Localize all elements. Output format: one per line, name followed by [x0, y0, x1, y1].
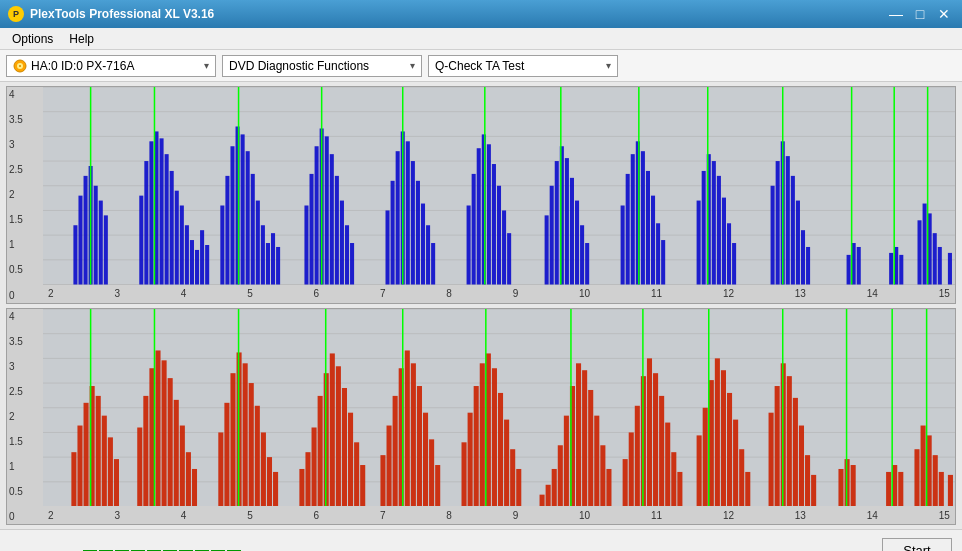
- svg-rect-72: [472, 174, 476, 285]
- svg-rect-43: [256, 201, 260, 285]
- svg-rect-102: [702, 171, 706, 285]
- svg-rect-217: [588, 389, 593, 506]
- start-button[interactable]: Start: [882, 538, 952, 551]
- function-selector[interactable]: DVD Diagnostic Functions ▾: [222, 55, 422, 77]
- svg-rect-73: [477, 148, 481, 284]
- test-selector[interactable]: Q-Check TA Test ▾: [428, 55, 618, 77]
- svg-rect-34: [205, 245, 209, 285]
- svg-rect-246: [787, 376, 792, 506]
- menu-bar: Options Help: [0, 28, 962, 50]
- chart1-container: 0 0.5 1 1.5 2 2.5 3 3.5 4: [6, 86, 956, 304]
- drive-dropdown-arrow: ▾: [204, 60, 209, 71]
- title-controls: — □ ✕: [886, 6, 954, 22]
- minimize-button[interactable]: —: [886, 6, 906, 22]
- svg-rect-261: [921, 425, 926, 506]
- svg-rect-233: [697, 435, 702, 506]
- svg-rect-224: [635, 405, 640, 506]
- svg-rect-252: [838, 468, 843, 506]
- svg-rect-13: [73, 225, 77, 284]
- drive-icon: [13, 59, 27, 73]
- svg-rect-168: [243, 363, 248, 506]
- svg-rect-127: [918, 220, 922, 284]
- app-icon: P: [8, 6, 24, 22]
- svg-rect-17: [94, 186, 98, 285]
- svg-rect-244: [775, 386, 780, 506]
- svg-rect-115: [796, 201, 800, 285]
- svg-rect-22: [144, 161, 148, 284]
- close-button[interactable]: ✕: [934, 6, 954, 22]
- svg-rect-199: [468, 412, 473, 506]
- svg-rect-15: [84, 176, 88, 285]
- svg-rect-32: [195, 250, 199, 285]
- svg-rect-61: [391, 181, 395, 285]
- svg-rect-54: [330, 154, 334, 284]
- svg-rect-29: [180, 206, 184, 285]
- svg-rect-86: [570, 178, 574, 285]
- svg-rect-36: [220, 206, 224, 285]
- svg-rect-169: [249, 383, 254, 506]
- svg-rect-160: [180, 425, 185, 506]
- svg-rect-173: [273, 471, 278, 506]
- svg-rect-222: [623, 459, 628, 506]
- chart1-x-labels: 2 3 4 5 6 7 8 9 10 11 12 13 14 15: [43, 285, 955, 303]
- svg-rect-172: [267, 457, 272, 506]
- svg-rect-88: [580, 225, 584, 284]
- svg-rect-266: [948, 474, 953, 506]
- svg-rect-41: [246, 151, 250, 284]
- svg-rect-165: [224, 402, 229, 506]
- svg-rect-254: [851, 465, 856, 506]
- svg-rect-203: [492, 368, 497, 506]
- svg-rect-229: [665, 422, 670, 506]
- svg-rect-123: [889, 253, 893, 285]
- menu-help[interactable]: Help: [61, 30, 102, 48]
- svg-rect-60: [386, 210, 390, 284]
- svg-rect-193: [417, 386, 422, 506]
- svg-rect-157: [162, 360, 167, 506]
- svg-rect-28: [175, 191, 179, 285]
- svg-rect-220: [606, 468, 611, 506]
- svg-rect-182: [342, 388, 347, 507]
- svg-rect-158: [168, 378, 173, 506]
- menu-options[interactable]: Options: [4, 30, 61, 48]
- svg-rect-204: [498, 392, 503, 506]
- svg-rect-161: [186, 452, 191, 506]
- svg-rect-113: [786, 156, 790, 284]
- maximize-button[interactable]: □: [910, 6, 930, 22]
- svg-rect-207: [516, 468, 521, 506]
- svg-rect-216: [582, 370, 587, 506]
- svg-rect-19: [104, 215, 108, 284]
- svg-rect-146: [84, 402, 89, 506]
- svg-rect-117: [806, 247, 810, 285]
- svg-rect-185: [360, 465, 365, 506]
- svg-rect-159: [174, 399, 179, 506]
- svg-rect-150: [108, 437, 113, 506]
- svg-rect-200: [474, 386, 479, 506]
- svg-rect-65: [411, 161, 415, 284]
- svg-rect-177: [312, 427, 317, 506]
- svg-rect-194: [423, 412, 428, 506]
- svg-rect-181: [336, 366, 341, 506]
- svg-rect-264: [939, 471, 944, 506]
- svg-rect-31: [190, 240, 194, 284]
- svg-rect-226: [647, 358, 652, 506]
- svg-rect-148: [96, 395, 101, 506]
- svg-rect-69: [431, 243, 435, 284]
- svg-rect-37: [225, 176, 229, 285]
- svg-rect-78: [502, 210, 506, 284]
- svg-rect-196: [435, 465, 440, 506]
- svg-rect-50: [310, 174, 314, 285]
- svg-rect-93: [631, 154, 635, 284]
- svg-rect-156: [155, 350, 160, 506]
- drive-selector[interactable]: HA:0 ID:0 PX-716A ▾: [6, 55, 216, 77]
- svg-rect-153: [137, 427, 142, 506]
- svg-rect-243: [769, 412, 774, 506]
- svg-rect-210: [546, 484, 551, 506]
- svg-rect-234: [703, 407, 708, 506]
- svg-rect-249: [805, 455, 810, 506]
- function-dropdown-arrow: ▾: [410, 60, 415, 71]
- svg-rect-211: [552, 468, 557, 506]
- svg-rect-57: [345, 225, 349, 284]
- svg-rect-38: [230, 146, 234, 284]
- svg-rect-170: [255, 405, 260, 506]
- svg-rect-248: [799, 425, 804, 506]
